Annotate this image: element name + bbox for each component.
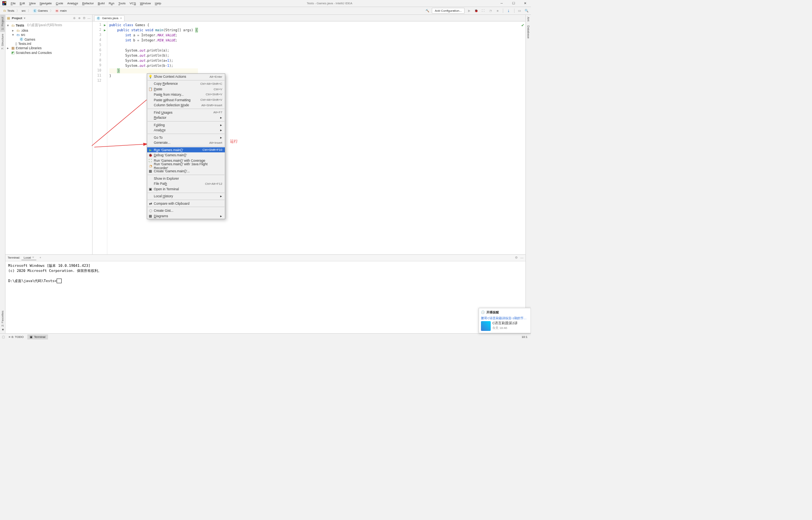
terminal-output[interactable]: Microsoft Windows [版本 10.0.19041.423] (c…	[5, 261, 525, 334]
run-gutter-icon[interactable]: ▶	[104, 23, 106, 27]
tree-ext-lib[interactable]: ▸▦External Libraries	[5, 46, 92, 50]
cm-diagrams[interactable]: ▦Diagrams▸	[147, 213, 225, 219]
right-rail: Ant Database	[525, 15, 531, 334]
menu-run[interactable]: Run	[107, 1, 116, 6]
cm-create-gist[interactable]: ◌Create Gist...	[147, 208, 225, 213]
cm-local-history[interactable]: Local History▸	[147, 194, 225, 199]
bb-todo[interactable]: ≡ 6: TODO	[6, 334, 26, 340]
tree-iml[interactable]: ▯Tests.iml	[5, 41, 92, 46]
collapse-icon[interactable]: ≑	[78, 16, 81, 20]
vcs-button[interactable]: ⭳	[506, 8, 511, 13]
toast-title: C语言刷题第2讲	[492, 321, 518, 326]
cm-folding[interactable]: Folding▸	[147, 122, 225, 128]
rail-project[interactable]: 1: Project	[0, 15, 5, 32]
cm-refactor[interactable]: Refactor▸	[147, 115, 225, 120]
cm-file-path[interactable]: File PathCtrl+Alt+F12	[147, 181, 225, 187]
main-area: 1: Project 7: Structure ★ 2: Favorites ▤…	[0, 15, 531, 334]
run-gutter-icon[interactable]: ▶	[104, 28, 106, 32]
terminal-line: (c) 2020 Microsoft Corporation. 保留所有权利。	[8, 268, 523, 273]
cm-find-usages[interactable]: Find UsagesAlt+F7	[147, 110, 225, 115]
cm-paste-history[interactable]: Paste from History...Ctrl+Shift+V	[147, 92, 225, 97]
cm-generate[interactable]: Generate...Alt+Insert	[147, 140, 225, 145]
cm-paste-plain[interactable]: Paste without FormattingCtrl+Alt+Shift+V	[147, 97, 225, 103]
debug-button[interactable]: 🐞	[474, 8, 479, 13]
toast-link[interactable]: 鹏哥C语言刷题训练营-1期的节目开播了	[481, 316, 529, 320]
gear-icon[interactable]: ⚙	[515, 256, 518, 259]
cm-copy-reference[interactable]: Copy ReferenceCtrl+Alt+Shift+C	[147, 81, 225, 87]
add-terminal-button[interactable]: +	[39, 256, 41, 259]
menu-build[interactable]: Build	[96, 1, 107, 6]
tree-idea[interactable]: ▸🗀.idea	[5, 28, 92, 32]
menu-edit[interactable]: Edit	[18, 1, 27, 6]
tree-root[interactable]: ▾🗀Tests D:\桌面\java\代码\Tests	[5, 23, 92, 28]
search-everywhere-icon[interactable]: 🔍	[524, 8, 529, 13]
run-button[interactable]: ▶	[466, 8, 472, 13]
close-button[interactable]: ✕	[519, 0, 531, 7]
rail-structure[interactable]: 7: Structure	[0, 32, 5, 52]
bb-terminal[interactable]: ▣ Terminal	[27, 334, 48, 340]
toast-header: 开播提醒	[486, 310, 499, 315]
rail-database[interactable]: Database	[526, 23, 531, 41]
hide-icon[interactable]: —	[520, 256, 524, 259]
close-icon[interactable]: ✕	[32, 256, 34, 259]
add-configuration-dropdown[interactable]: Add Configuration...	[432, 8, 465, 14]
cursor-position: 10:1	[522, 335, 527, 339]
maximize-button[interactable]: ☐	[508, 0, 519, 7]
cm-jfr[interactable]: ◔Run 'Games.main()' with 'Java Flight Re…	[147, 163, 225, 169]
cm-run[interactable]: ▶Run 'Games.main()'Ctrl+Shift+F10	[147, 147, 225, 153]
toast-thumbnail	[481, 321, 491, 331]
crumb-class[interactable]: CGames	[31, 8, 49, 13]
svg-rect-1	[3, 2, 4, 3]
github-icon: ◌	[148, 209, 152, 213]
terminal-tab-local[interactable]: Local✕	[21, 255, 36, 260]
menu-refactor[interactable]: Refactor	[80, 1, 96, 6]
cm-analyze[interactable]: Analyze▸	[147, 127, 225, 133]
cm-compare-clipboard[interactable]: ⇄Compare with Clipboard	[147, 201, 225, 206]
separator-icon: 〉	[28, 9, 31, 13]
menu-analyze[interactable]: Analyze	[65, 1, 80, 6]
editor-tab-label: Games.java	[102, 16, 118, 20]
rail-favorites[interactable]: ★ 2: Favorites	[0, 309, 5, 333]
minimize-button[interactable]: ─	[496, 0, 508, 7]
settings-icon[interactable]: ⚙	[83, 16, 85, 20]
tree-games-class[interactable]: CGames	[5, 37, 92, 42]
src-folder-icon: 🗀	[16, 33, 20, 37]
menu-navigate[interactable]: Navigate	[38, 1, 54, 6]
ide-settings-icon[interactable]: ▭	[517, 8, 522, 13]
cm-goto[interactable]: Go To▸	[147, 135, 225, 140]
cm-show-actions[interactable]: 💡Show Context ActionsAlt+Enter	[147, 74, 225, 79]
close-tab-icon[interactable]: ✕	[120, 17, 122, 20]
cm-debug[interactable]: 🐞Debug 'Games.main()'	[147, 152, 225, 158]
cm-open-terminal[interactable]: ▣Open in Terminal	[147, 186, 225, 192]
menu-vcs[interactable]: VCS	[128, 1, 138, 6]
cm-paste[interactable]: 📋PasteCtrl+V	[147, 86, 225, 92]
target-icon[interactable]: ⊕	[73, 16, 76, 20]
build-button[interactable]: 🔨	[425, 8, 430, 13]
tree-scratch[interactable]: ◩Scratches and Consoles	[5, 50, 92, 55]
crumb-project[interactable]: 🗀Tests	[2, 9, 16, 13]
coverage-button[interactable]: ⛶	[481, 8, 486, 13]
crumb-src[interactable]: src	[20, 9, 27, 13]
editor-tab-games[interactable]: C Games.java ✕	[94, 15, 125, 21]
menu-tools[interactable]: Tools	[116, 1, 128, 6]
menu-code[interactable]: Code	[54, 1, 65, 6]
tree-src[interactable]: ▾🗀src	[5, 32, 92, 37]
project-tree[interactable]: ▾🗀Tests D:\桌面\java\代码\Tests ▸🗀.idea ▾🗀sr…	[5, 22, 92, 56]
menu-file[interactable]: File	[9, 1, 18, 6]
cm-column-selection[interactable]: Column Selection ModeAlt+Shift+Insert	[147, 102, 225, 108]
crumb-method[interactable]: mmain	[53, 8, 68, 13]
stop-button[interactable]: ■	[495, 8, 500, 13]
hide-icon[interactable]: —	[87, 16, 91, 20]
menu-view[interactable]: View	[27, 1, 37, 6]
tool-window-icon[interactable]: ▢	[2, 335, 5, 339]
svg-rect-3	[3, 4, 4, 5]
cm-show-explorer[interactable]: Show in Explorer	[147, 176, 225, 181]
window-controls: ─ ☐ ✕	[496, 0, 531, 7]
notification-toast[interactable]: 🕓开播提醒 鹏哥C语言刷题训练营-1期的节目开播了 C语言刷题第2讲 今天 18…	[479, 308, 531, 334]
menu-help[interactable]: Help	[153, 1, 164, 6]
cm-create-config[interactable]: ▦Create 'Games.main()'...	[147, 169, 225, 174]
profile-button[interactable]: ◔	[488, 8, 493, 13]
rail-ant[interactable]: Ant	[526, 15, 531, 23]
menu-window[interactable]: Window	[138, 1, 153, 6]
editor-tabs: C Games.java ✕	[93, 15, 525, 21]
